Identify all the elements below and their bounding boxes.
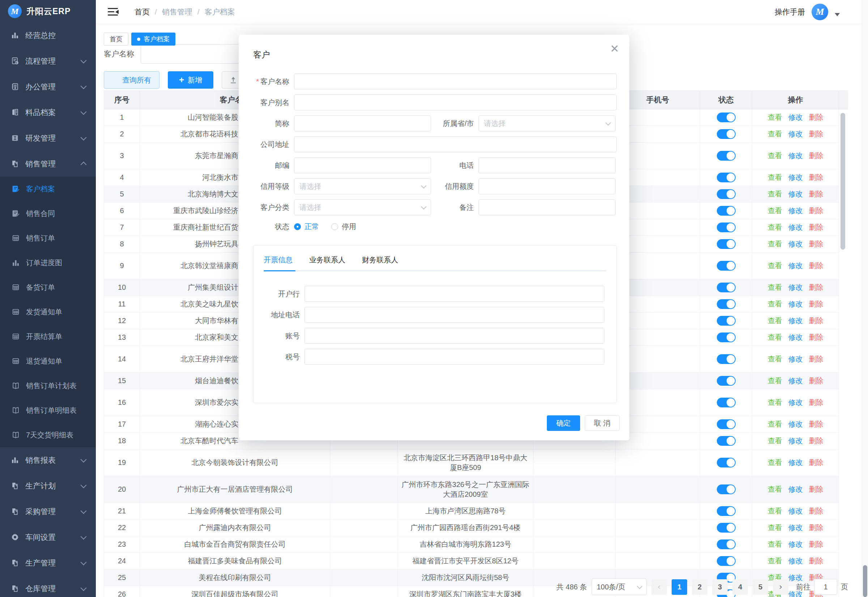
- sidebar-item[interactable]: 销售报表: [0, 447, 96, 473]
- select-信用等级[interactable]: 请选择: [294, 178, 431, 194]
- input-客户别名[interactable]: [294, 94, 617, 110]
- confirm-button[interactable]: 确定: [547, 415, 580, 431]
- delete-link[interactable]: 删除: [809, 506, 824, 516]
- sidebar-item[interactable]: 经营总控: [0, 22, 96, 48]
- delete-link[interactable]: 删除: [809, 113, 824, 122]
- view-link[interactable]: 查看: [768, 316, 782, 326]
- edit-link[interactable]: 修改: [788, 299, 803, 309]
- status-toggle[interactable]: [717, 239, 736, 249]
- close-icon[interactable]: ✕: [610, 43, 619, 54]
- status-toggle[interactable]: [717, 316, 736, 326]
- input-邮编[interactable]: [294, 157, 431, 173]
- page-button[interactable]: 5: [752, 579, 768, 595]
- edit-link[interactable]: 修改: [788, 419, 803, 429]
- sidebar-item[interactable]: 销售订单明细表: [0, 398, 96, 423]
- sidebar-item[interactable]: 仓库管理: [0, 576, 96, 597]
- status-toggle[interactable]: [717, 261, 736, 271]
- edit-link[interactable]: 修改: [788, 506, 803, 516]
- input-税号[interactable]: [305, 349, 604, 365]
- view-link[interactable]: 查看: [768, 436, 782, 446]
- delete-link[interactable]: 删除: [809, 239, 824, 249]
- delete-link[interactable]: 删除: [809, 261, 824, 271]
- radio-停用[interactable]: 停用: [331, 222, 356, 232]
- input-账号[interactable]: [305, 328, 604, 344]
- sidebar-item[interactable]: 料品档案: [0, 100, 96, 125]
- view-link[interactable]: 查看: [768, 189, 782, 199]
- sidebar-item[interactable]: 备货订单: [0, 275, 96, 300]
- table-scrollbar[interactable]: [840, 113, 845, 249]
- edit-link[interactable]: 修改: [788, 223, 803, 232]
- sidebar-item[interactable]: 销售管理: [0, 151, 96, 177]
- delete-link[interactable]: 删除: [809, 223, 824, 232]
- status-toggle[interactable]: [717, 376, 736, 386]
- delete-link[interactable]: 删除: [809, 436, 824, 446]
- sidebar-item[interactable]: 7天交货明细表: [0, 423, 96, 447]
- modal-tab[interactable]: 业务联系人: [309, 255, 345, 270]
- status-toggle[interactable]: [717, 151, 736, 160]
- status-toggle[interactable]: [717, 398, 736, 407]
- view-link[interactable]: 查看: [768, 539, 782, 549]
- delete-link[interactable]: 删除: [809, 419, 824, 429]
- breadcrumb-item[interactable]: 客户档案: [205, 7, 235, 17]
- page-button[interactable]: 1: [672, 579, 687, 595]
- edit-link[interactable]: 修改: [788, 484, 803, 494]
- edit-link[interactable]: 修改: [788, 376, 803, 386]
- view-link[interactable]: 查看: [768, 556, 782, 566]
- edit-link[interactable]: 修改: [788, 206, 803, 215]
- view-link[interactable]: 查看: [768, 261, 782, 271]
- edit-link[interactable]: 修改: [788, 129, 803, 139]
- query-all-button[interactable]: 查询所有: [104, 71, 160, 89]
- collapse-menu-icon[interactable]: [108, 7, 118, 16]
- modal-tab[interactable]: 开票信息: [264, 255, 293, 270]
- sidebar-item[interactable]: 销售订单: [0, 226, 96, 250]
- page-button[interactable]: 3: [712, 579, 728, 595]
- delete-link[interactable]: 删除: [809, 189, 824, 199]
- view-link[interactable]: 查看: [768, 506, 782, 516]
- radio-正常[interactable]: 正常: [294, 222, 319, 232]
- status-toggle[interactable]: [717, 333, 736, 342]
- edit-link[interactable]: 修改: [788, 354, 803, 364]
- edit-link[interactable]: 修改: [788, 458, 803, 468]
- view-link[interactable]: 查看: [768, 299, 782, 309]
- page-scrollbar-thumb[interactable]: [863, 565, 867, 597]
- view-link[interactable]: 查看: [768, 172, 782, 183]
- sidebar-item[interactable]: 开票结算单: [0, 324, 96, 349]
- sidebar-item[interactable]: 采购管理: [0, 499, 96, 524]
- delete-link[interactable]: 删除: [809, 282, 824, 293]
- edit-link[interactable]: 修改: [788, 239, 803, 249]
- sidebar-item[interactable]: 客户档案: [0, 177, 96, 201]
- delete-link[interactable]: 删除: [809, 206, 824, 215]
- sidebar-item[interactable]: 车间设置: [0, 524, 96, 550]
- view-link[interactable]: 查看: [768, 129, 782, 139]
- view-link[interactable]: 查看: [768, 333, 782, 342]
- view-link[interactable]: 查看: [768, 376, 782, 386]
- sidebar-item[interactable]: 研发管理: [0, 125, 96, 151]
- delete-link[interactable]: 删除: [809, 316, 824, 326]
- select-客户分类[interactable]: 请选择: [294, 199, 431, 215]
- delete-link[interactable]: 删除: [809, 556, 824, 566]
- view-link[interactable]: 查看: [768, 458, 782, 468]
- view-link[interactable]: 查看: [768, 239, 782, 249]
- status-toggle[interactable]: [717, 484, 736, 494]
- view-link[interactable]: 查看: [768, 223, 782, 232]
- view-link[interactable]: 查看: [768, 282, 782, 293]
- delete-link[interactable]: 删除: [809, 398, 824, 407]
- input-电话[interactable]: [478, 157, 616, 173]
- delete-link[interactable]: 删除: [809, 539, 824, 549]
- edit-link[interactable]: 修改: [788, 261, 803, 271]
- delete-link[interactable]: 删除: [809, 172, 824, 183]
- next-page-button[interactable]: ›: [773, 579, 788, 595]
- input-地址电话[interactable]: [305, 307, 604, 323]
- delete-link[interactable]: 删除: [809, 376, 824, 386]
- manual-link[interactable]: 操作手册: [775, 7, 805, 17]
- tab-active[interactable]: 客户档案: [131, 33, 175, 46]
- input-简称[interactable]: [294, 116, 431, 131]
- sidebar-item[interactable]: 办公管理: [0, 74, 96, 100]
- cancel-button[interactable]: 取 消: [585, 415, 619, 431]
- input-开户行[interactable]: [305, 286, 604, 302]
- sidebar-item[interactable]: 订单进度图: [0, 250, 96, 275]
- edit-link[interactable]: 修改: [788, 436, 803, 446]
- view-link[interactable]: 查看: [768, 398, 782, 407]
- breadcrumb-item[interactable]: 首页: [135, 7, 150, 17]
- sidebar-item[interactable]: 发货通知单: [0, 300, 96, 324]
